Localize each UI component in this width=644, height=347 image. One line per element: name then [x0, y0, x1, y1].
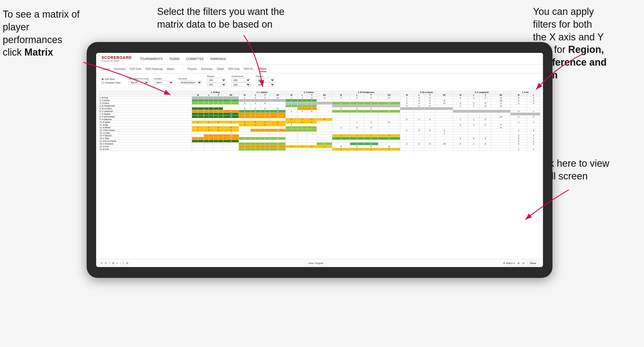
filter-region-select2[interactable]: N/A: [207, 83, 226, 87]
filter-conference-select1[interactable]: (All): [232, 78, 251, 82]
toolbar-zoom-out[interactable]: -: [120, 262, 121, 265]
matrix-cell: 2: [192, 137, 204, 140]
matrix-cell: [414, 124, 424, 126]
matrix-cell: 1: [204, 115, 213, 118]
matrix-cell-diagonal: [527, 113, 540, 115]
nav-rankings[interactable]: RANKINGS: [210, 56, 226, 62]
matrix-cell-diagonal: [468, 110, 479, 113]
filter-gender-select[interactable]: Men's: [154, 81, 173, 85]
sub-nav-h2h-hi[interactable]: H2H Hi...: [244, 66, 255, 72]
matrix-cell: 2: [239, 110, 251, 113]
matrix-cell: [400, 121, 414, 124]
sub-nav-h2h-heatmap[interactable]: H2H Heatmap: [145, 66, 162, 72]
matrix-cell: [491, 107, 510, 110]
player-name-cell: 7. G Sargent: [99, 113, 192, 115]
matrix-cell: [239, 134, 251, 137]
matrix-cell: [260, 134, 270, 137]
full-view-option[interactable]: Full View: [102, 78, 121, 81]
sub-nav-h2h-grid2[interactable]: H2H Grid: [228, 66, 239, 72]
toolbar-icon2[interactable]: ⊟: [522, 262, 525, 265]
matrix-cell: [307, 124, 317, 126]
view-original-label[interactable]: View: Original: [308, 262, 323, 265]
toolbar-icon1[interactable]: ⊞: [518, 262, 520, 265]
filter-gender: Gender Men's: [154, 78, 173, 85]
sub-nav-matrix[interactable]: Matrix: [167, 66, 174, 72]
matrix-cell: [414, 134, 424, 137]
toolbar-zoom-fit[interactable]: ⊞: [112, 262, 114, 265]
toolbar-redo[interactable]: ↻: [105, 262, 107, 265]
filter-conference-label: Conference: [232, 75, 251, 78]
matrix-table: 1. W Ding 2. L Clanton 3. J Koivun 4. M …: [99, 91, 540, 151]
filter-players-select1[interactable]: (All): [256, 78, 275, 82]
matrix-cell: [414, 137, 424, 140]
matrix-cell: [424, 115, 435, 118]
toolbar-undo[interactable]: ↺: [100, 262, 103, 265]
matrix-cell: -19: [270, 129, 285, 132]
sub-nav-matrix-active[interactable]: Matrix: [259, 66, 266, 72]
sub-nav-detail[interactable]: Detail: [217, 66, 224, 72]
filter-division-select[interactable]: NCAA Division I: [179, 81, 202, 85]
matrix-cell: 0: [239, 102, 251, 105]
matrix-cell: [204, 143, 213, 145]
matrix-cell: -25: [223, 137, 239, 140]
matrix-cell: -6: [223, 126, 239, 129]
watch-label[interactable]: 👁 Watch ▾: [503, 262, 515, 265]
full-view-radio[interactable]: [102, 78, 104, 80]
matrix-area[interactable]: 1. W Ding 2. L Clanton 3. J Koivun 4. M …: [96, 89, 543, 259]
matrix-cell: 0: [260, 102, 270, 105]
sub-nav-h2h-grid[interactable]: H2H Grid: [130, 66, 141, 72]
matrix-cell: 13: [378, 102, 400, 105]
matrix-cell: [192, 145, 204, 148]
filter-region-select1[interactable]: N/A: [207, 78, 226, 82]
matrix-cell: 1: [192, 126, 204, 129]
sub-nav-summary[interactable]: Summary: [114, 66, 125, 72]
share-button[interactable]: Share: [527, 261, 539, 265]
compact-view-radio[interactable]: [102, 82, 104, 84]
matrix-cell: -48: [223, 115, 239, 118]
nav-committee[interactable]: COMMITTEE: [186, 56, 204, 62]
matrix-cell: 0: [332, 145, 350, 148]
matrix-cell: [285, 134, 297, 137]
sub-nav-teams[interactable]: Teams: [102, 66, 109, 72]
matrix-cell: [260, 118, 270, 121]
compact-view-option[interactable]: Compact View: [102, 81, 121, 84]
sub-nav-players[interactable]: Players: [188, 66, 197, 72]
matrix-cell: [453, 129, 468, 132]
matrix-cell: 0: [480, 97, 491, 99]
matrix-cell: [317, 140, 332, 143]
filter-players-select2[interactable]: (All): [256, 83, 275, 87]
matrix-cell: [223, 107, 239, 110]
matrix-cell: [192, 124, 204, 126]
sh-w1: W: [192, 94, 204, 97]
matrix-cell: [251, 140, 260, 143]
matrix-cell: [285, 137, 297, 140]
toolbar-zoom-in[interactable]: +: [116, 262, 118, 265]
matrix-cell: [453, 134, 468, 137]
matrix-cell: -6: [491, 126, 510, 129]
matrix-cell: [480, 121, 491, 124]
matrix-cell: [378, 99, 400, 102]
matrix-cell: 0: [307, 121, 317, 124]
matrix-cell: [297, 124, 307, 126]
ann-tr-l4bold: Region,: [568, 44, 604, 55]
matrix-cell: [364, 113, 378, 115]
matrix-cell: 0: [364, 134, 378, 137]
matrix-cell: [213, 132, 223, 134]
matrix-cell: 2: [527, 102, 540, 105]
matrix-cell: 1: [527, 148, 540, 151]
col-header-7: 7. G Sa: [510, 91, 540, 94]
matrix-cell: [204, 148, 213, 151]
matrix-cell: 0: [480, 118, 491, 121]
nav-teams[interactable]: TEAMS: [169, 56, 180, 62]
sh-d5: Dif: [435, 94, 453, 97]
matrix-cell: 1: [285, 105, 297, 107]
nav-tournaments[interactable]: TOURNAMENTS: [140, 56, 163, 62]
toolbar-settings[interactable]: ⚙: [126, 262, 128, 265]
filter-max-select[interactable]: Top 25: [129, 81, 149, 85]
col-header-5: 5. M La Sasso: [400, 91, 453, 94]
matrix-cell: [317, 134, 332, 137]
matrix-cell: [480, 107, 491, 110]
sub-nav-summary2[interactable]: Summary: [201, 66, 213, 72]
filter-conference-select2[interactable]: (All): [232, 83, 251, 87]
sh-w4: W: [332, 94, 350, 97]
